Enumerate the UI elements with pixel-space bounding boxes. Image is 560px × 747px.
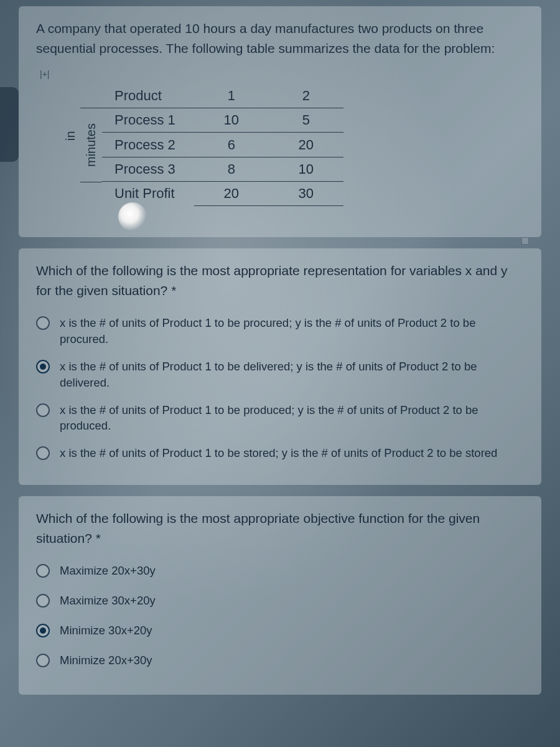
- header-col-1: 1: [194, 84, 269, 108]
- question-1-options: x is the # of units of Product 1 to be p…: [36, 315, 524, 461]
- side-label-minutes: minutes: [80, 108, 102, 182]
- table-row: Process 2 6 20: [102, 133, 343, 157]
- option-text: Minimize 30x+20y: [60, 622, 524, 639]
- option-text: x is the # of units of Product 1 to be s…: [60, 445, 524, 461]
- data-table-wrap: in minutes Product 1 2 Process 1 10 5 Pr…: [61, 84, 524, 206]
- q2-option[interactable]: Minimize 20x+30y: [36, 652, 524, 669]
- radio-icon[interactable]: [36, 316, 50, 330]
- q2-option[interactable]: Minimize 30x+20y: [36, 622, 524, 639]
- row-label: Process 1: [102, 108, 194, 133]
- option-text: x is the # of units of Product 1 to be p…: [60, 402, 524, 435]
- row-val-1: 10: [194, 108, 269, 133]
- row-val-1: 6: [194, 133, 269, 157]
- option-text: Maximize 30x+20y: [60, 593, 524, 609]
- row-val-2: 20: [269, 133, 343, 157]
- side-label-in: in: [61, 84, 80, 206]
- q2-option[interactable]: Maximize 20x+30y: [36, 563, 524, 579]
- row-val-2: 5: [269, 108, 343, 133]
- question-1-card: Which of the following is the most appro…: [19, 248, 541, 485]
- radio-icon[interactable]: [36, 624, 50, 637]
- radio-icon[interactable]: [36, 594, 50, 608]
- q1-option[interactable]: x is the # of units of Product 1 to be p…: [36, 402, 524, 435]
- option-text: Minimize 20x+30y: [60, 652, 524, 669]
- radio-icon[interactable]: [36, 654, 50, 667]
- row-label: Process 3: [102, 157, 194, 181]
- table-header-row: Product 1 2: [102, 84, 343, 108]
- row-val-1: 8: [194, 157, 269, 181]
- question-2-text: Which of the following is the most appro…: [36, 509, 524, 548]
- slide-end-marker-icon: [521, 237, 529, 245]
- table-row: Process 1 10 5: [102, 108, 343, 133]
- question-2-options: Maximize 20x+30y Maximize 30x+20y Minimi…: [36, 563, 524, 669]
- problem-card: A company that operated 10 hours a day m…: [19, 6, 541, 237]
- option-text: x is the # of units of Product 1 to be p…: [60, 315, 524, 347]
- table-row: Unit Profit 20 30: [102, 181, 343, 205]
- camera-flare: [118, 202, 147, 231]
- problem-intro: A company that operated 10 hours a day m…: [36, 19, 524, 58]
- radio-icon[interactable]: [36, 403, 50, 417]
- q1-option[interactable]: x is the # of units of Product 1 to be p…: [36, 315, 524, 347]
- q1-option[interactable]: x is the # of units of Product 1 to be s…: [36, 445, 524, 461]
- q2-option[interactable]: Maximize 30x+20y: [36, 593, 524, 609]
- device-edge: [0, 87, 19, 162]
- question-2-card: Which of the following is the most appro…: [19, 496, 541, 695]
- row-val-2: 10: [269, 157, 343, 181]
- header-col-2: 2: [269, 84, 343, 108]
- table-row: Process 3 8 10: [102, 157, 343, 181]
- radio-icon[interactable]: [36, 446, 50, 460]
- row-val-1: 20: [194, 181, 269, 205]
- q1-option[interactable]: x is the # of units of Product 1 to be d…: [36, 359, 524, 391]
- option-text: Maximize 20x+30y: [60, 563, 524, 579]
- zoom-icon[interactable]: |+|: [36, 69, 524, 79]
- radio-icon[interactable]: [36, 360, 50, 374]
- data-table: Product 1 2 Process 1 10 5 Process 2 6 2…: [102, 84, 343, 206]
- header-product: Product: [102, 84, 194, 108]
- row-label: Process 2: [102, 133, 194, 157]
- option-text: x is the # of units of Product 1 to be d…: [60, 359, 524, 391]
- row-label: Unit Profit: [102, 181, 194, 205]
- question-1-text: Which of the following is the most appro…: [36, 261, 524, 300]
- radio-icon[interactable]: [36, 564, 50, 578]
- row-val-2: 30: [269, 181, 343, 205]
